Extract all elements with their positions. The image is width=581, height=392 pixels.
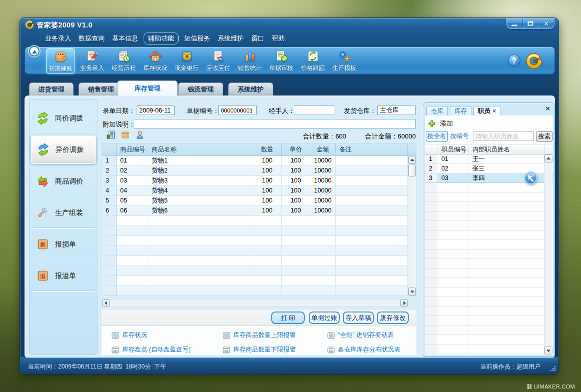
employee-row-empty[interactable] bbox=[425, 259, 553, 268]
lookup-tab[interactable]: 职员× bbox=[473, 106, 500, 116]
toolbar-item[interactable]: 现金银行 bbox=[172, 48, 201, 74]
toolbar-item[interactable]: 生产模板 bbox=[330, 48, 359, 74]
employee-row-empty[interactable] bbox=[425, 335, 553, 344]
item-picker-icon[interactable] bbox=[121, 130, 130, 140]
table-row[interactable]: 6 06 货物6 100 100 10000 bbox=[102, 206, 416, 216]
employee-row-empty[interactable] bbox=[425, 288, 553, 297]
add-row[interactable]: 添加 bbox=[428, 119, 453, 128]
toolbar-item[interactable]: 库存状况 bbox=[141, 48, 170, 74]
toolbar-item[interactable]: 价格跟踪 bbox=[298, 48, 327, 74]
table-row[interactable]: 3 03 货物3 100 100 10000 bbox=[102, 176, 416, 186]
quick-link[interactable]: 各仓库库存分布状况表 bbox=[327, 346, 400, 354]
employee-row-empty[interactable] bbox=[425, 278, 553, 288]
table-row-empty[interactable] bbox=[102, 266, 416, 276]
menu-item[interactable]: 窗口 bbox=[249, 33, 266, 44]
employee-row-empty[interactable] bbox=[425, 344, 553, 354]
scroll-left-button[interactable] bbox=[102, 300, 110, 306]
date-input[interactable] bbox=[137, 106, 175, 115]
minimize-button[interactable] bbox=[507, 18, 523, 28]
tab-close-icon[interactable]: × bbox=[492, 108, 496, 114]
sidebar-item[interactable]: 报损单 bbox=[30, 228, 98, 260]
employee-row-empty[interactable] bbox=[425, 326, 553, 335]
employee-row-empty[interactable] bbox=[425, 354, 553, 355]
number-input[interactable] bbox=[218, 106, 257, 115]
toolbar-item[interactable]: 经营历程 bbox=[109, 48, 138, 74]
sidebar-item[interactable]: 报溢单 bbox=[30, 260, 98, 292]
sidebar-item[interactable]: 商品调价 bbox=[30, 166, 98, 197]
toolbar-collapse-button[interactable] bbox=[29, 46, 40, 56]
employee-row-empty[interactable] bbox=[425, 212, 553, 221]
table-row-empty[interactable] bbox=[102, 216, 416, 226]
employee-row-empty[interactable] bbox=[425, 250, 553, 259]
menu-item[interactable]: 帮助 bbox=[270, 33, 287, 44]
action-button[interactable]: 打 印 bbox=[271, 312, 305, 324]
quick-link[interactable]: 库存状况 bbox=[112, 331, 147, 340]
maximize-button[interactable] bbox=[523, 18, 539, 28]
table-row[interactable]: 2 02 货物2 100 100 10000 bbox=[102, 166, 416, 176]
employee-row-empty[interactable] bbox=[425, 221, 553, 230]
menu-item[interactable]: 辅助功能 bbox=[144, 32, 179, 44]
search-button[interactable]: 搜索 bbox=[536, 132, 552, 142]
table-row-empty[interactable] bbox=[102, 276, 416, 286]
table-row[interactable]: 5 05 货物5 100 100 10000 bbox=[102, 196, 416, 206]
employee-row[interactable]: 1 01 王一 bbox=[425, 154, 553, 164]
panel-close-icon[interactable]: × bbox=[545, 104, 550, 112]
lookup-tab[interactable]: 库存 bbox=[450, 106, 471, 116]
employee-row-empty[interactable] bbox=[425, 202, 553, 212]
scroll-right-button[interactable] bbox=[400, 300, 408, 306]
employee-row-empty[interactable] bbox=[425, 306, 553, 316]
toolbar-item[interactable]: 初期建账 bbox=[46, 48, 75, 74]
title-bar[interactable]: 管家婆2009 V1.0 ✕ bbox=[20, 18, 558, 32]
scroll-down-button[interactable] bbox=[544, 346, 552, 354]
sidebar-item[interactable]: 异价调拨 bbox=[31, 136, 96, 164]
table-row-empty[interactable] bbox=[102, 286, 416, 296]
employee-row-empty[interactable] bbox=[425, 268, 553, 278]
toolbar-item[interactable]: 销售统计 bbox=[235, 48, 264, 74]
action-button[interactable]: 单据过账 bbox=[309, 312, 340, 324]
lookup-tab[interactable]: 仓库 bbox=[426, 106, 448, 116]
filter-by-code-button[interactable]: 按编号 bbox=[450, 132, 469, 140]
warehouse-input[interactable] bbox=[377, 106, 416, 115]
employee-row-empty[interactable] bbox=[425, 240, 553, 250]
horizontal-scrollbar[interactable] bbox=[102, 299, 408, 307]
scroll-down-button[interactable] bbox=[408, 288, 416, 296]
scroll-up-button[interactable] bbox=[544, 154, 552, 162]
menu-item[interactable]: 短信服务 bbox=[182, 33, 212, 44]
quick-link[interactable]: “全能” 进销存变动表 bbox=[327, 331, 394, 340]
handler-input[interactable] bbox=[294, 106, 334, 115]
toolbar-item[interactable]: 应收应付 bbox=[204, 48, 233, 74]
toolbar-item[interactable]: 业务录入 bbox=[78, 48, 107, 74]
menu-item[interactable]: 系统维护 bbox=[216, 33, 246, 44]
person-picker-icon[interactable] bbox=[135, 130, 145, 140]
module-tab[interactable]: 系统维护 bbox=[228, 82, 273, 96]
quick-link[interactable]: 库存盘点 (自动盘盈盘亏) bbox=[112, 346, 191, 354]
table-row[interactable]: 4 04 货物4 100 100 10000 bbox=[102, 186, 416, 196]
toolbar-item[interactable]: 单据审核 bbox=[267, 48, 296, 74]
table-row-empty[interactable] bbox=[102, 246, 416, 256]
warehouse-picker-icon[interactable] bbox=[106, 130, 116, 140]
quick-link[interactable]: 库存商品数量上限报警 bbox=[223, 331, 296, 340]
close-button[interactable]: ✕ bbox=[538, 18, 554, 28]
action-button[interactable]: 废弃修改 bbox=[377, 312, 409, 324]
employee-row-empty[interactable] bbox=[425, 297, 553, 306]
table-row-empty[interactable] bbox=[102, 256, 416, 266]
resize-grip-icon[interactable] bbox=[550, 366, 555, 371]
employee-row-empty[interactable] bbox=[425, 192, 553, 202]
help-button[interactable]: ? bbox=[508, 54, 520, 67]
menu-item[interactable]: 数据查询 bbox=[77, 33, 107, 44]
table-row-empty[interactable] bbox=[102, 226, 416, 236]
sidebar-item[interactable]: 同价调拨 bbox=[30, 102, 98, 134]
menu-item[interactable]: 基本信息 bbox=[110, 33, 140, 44]
employee-row-empty[interactable] bbox=[425, 316, 553, 326]
filter-by-name-button[interactable]: 按全名 bbox=[426, 131, 448, 142]
scroll-thumb[interactable] bbox=[408, 164, 416, 176]
scroll-up-button[interactable] bbox=[408, 156, 416, 164]
sidebar-item[interactable]: 生产组装 bbox=[30, 197, 98, 228]
module-tab[interactable]: 钱流管理 bbox=[178, 82, 223, 96]
note-input[interactable] bbox=[134, 119, 416, 128]
vertical-scrollbar[interactable] bbox=[408, 156, 416, 296]
table-row[interactable]: 1 01 货物1 100 100 10000 bbox=[102, 156, 416, 166]
search-input[interactable] bbox=[473, 132, 534, 141]
module-tab[interactable]: 销售管理 bbox=[79, 82, 123, 96]
action-button[interactable]: 存入草稿 bbox=[343, 312, 374, 324]
